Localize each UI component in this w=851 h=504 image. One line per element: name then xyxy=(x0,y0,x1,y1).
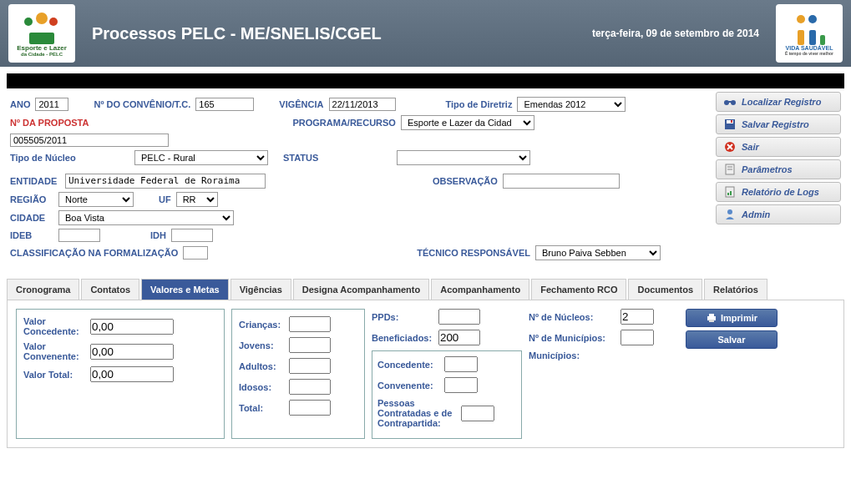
observacao-label: OBSERVAÇÃO xyxy=(433,176,498,186)
svg-rect-5 xyxy=(731,120,732,123)
entidade-label: ENTIDADE xyxy=(10,176,60,186)
pessoas-input[interactable] xyxy=(461,406,494,421)
nucleo-select[interactable]: PELC - Rural xyxy=(134,150,268,165)
nucleo-label: Tipo de Núcleo xyxy=(10,153,89,163)
black-bar xyxy=(7,73,844,88)
svg-rect-11 xyxy=(727,193,729,195)
valor-concedente-label: Valor Concedente: xyxy=(23,316,90,336)
report-icon xyxy=(723,186,737,198)
tecnico-label: TÉCNICO RESPONSÁVEL xyxy=(417,248,530,258)
valor-convenente-label: Valor Convenente: xyxy=(23,341,90,361)
tab-relatorios[interactable]: Relatórios xyxy=(704,279,767,300)
programa-label: PROGRAMA/RECURSO xyxy=(292,118,395,128)
conc2-input[interactable] xyxy=(444,356,478,372)
admin-button[interactable]: Admin xyxy=(716,204,841,224)
ideb-input[interactable] xyxy=(58,229,100,242)
munlist-label: Municípios: xyxy=(529,350,595,360)
tab-cronograma[interactable]: Cronograma xyxy=(7,279,79,300)
status-select[interactable] xyxy=(397,150,530,165)
close-icon xyxy=(723,141,737,153)
diretriz-select[interactable]: Emendas 2012 xyxy=(517,97,626,112)
idh-input[interactable] xyxy=(171,229,213,242)
benef-label: Beneficiados: xyxy=(372,333,438,343)
jovens-label: Jovens: xyxy=(239,340,289,350)
valor-total-input[interactable] xyxy=(90,366,174,382)
conv2-input[interactable] xyxy=(444,377,478,393)
form-area: Localizar Registro Salvar Registro Sair … xyxy=(0,92,851,269)
municipios-input[interactable] xyxy=(621,330,654,345)
criancas-label: Crianças: xyxy=(239,320,289,330)
tab-vigencias[interactable]: Vigências xyxy=(230,279,291,300)
localizar-button[interactable]: Localizar Registro xyxy=(716,92,841,112)
adultos-label: Adultos: xyxy=(239,361,289,371)
uf-label: UF xyxy=(159,194,171,204)
pessoas-label: Pessoas Contratadas e de Contrapartida: xyxy=(377,398,461,428)
tab-documentos[interactable]: Documentos xyxy=(628,279,702,300)
idh-label: IDH xyxy=(150,230,166,240)
criancas-input[interactable] xyxy=(289,316,331,332)
proposta-label: Nº DA PROPOSTA xyxy=(10,118,89,128)
valor-concedente-input[interactable] xyxy=(90,319,174,335)
convenio-input[interactable] xyxy=(195,98,254,111)
salvar2-button[interactable]: Salvar xyxy=(686,330,778,349)
cidade-label: CIDADE xyxy=(10,213,53,223)
nucleos-input[interactable] xyxy=(621,309,654,325)
conv2-label: Convenente: xyxy=(377,381,444,391)
tab-fechamento[interactable]: Fechamento RCO xyxy=(531,279,626,300)
sidebar: Localizar Registro Salvar Registro Sair … xyxy=(716,92,841,227)
ano-input[interactable] xyxy=(35,98,68,111)
valor-convenente-input[interactable] xyxy=(90,344,174,360)
vigencia-label: VIGÊNCIA xyxy=(279,99,323,109)
nucleos-label: Nº de Núcleos: xyxy=(529,312,621,322)
regiao-select[interactable]: Norte xyxy=(58,192,134,207)
classif-input[interactable] xyxy=(183,246,208,260)
tab-valores-metas[interactable]: Valores e Metas xyxy=(141,279,229,300)
ano-label: ANO xyxy=(10,99,30,109)
print-icon xyxy=(706,313,717,323)
logs-button[interactable]: Relatório de Logs xyxy=(716,182,841,202)
adultos-input[interactable] xyxy=(289,358,331,374)
status-label: STATUS xyxy=(283,153,392,163)
valor-total-label: Valor Total: xyxy=(23,370,90,380)
tab-content: Valor Concedente: Valor Convenente: Valo… xyxy=(7,300,844,448)
regiao-label: REGIÃO xyxy=(10,194,53,204)
logo-esporte-lazer: Esporte e Lazer da Cidade - PELC xyxy=(8,4,75,63)
entidade-input[interactable]: Universidade Federal de Roraima xyxy=(65,174,266,189)
ppds-input[interactable] xyxy=(438,309,480,325)
header-date: terça-feira, 09 de setembro de 2014 xyxy=(592,28,776,39)
classif-label: CLASSIFICAÇÃO NA FORMALIZAÇÃO xyxy=(10,248,178,258)
tab-acompanhamento[interactable]: Acompanhamento xyxy=(431,279,529,300)
tab-designa[interactable]: Designa Acompanhamento xyxy=(293,279,429,300)
conc2-label: Concedente: xyxy=(377,360,444,370)
tab-contatos[interactable]: Contatos xyxy=(81,279,139,300)
ideb-label: IDEB xyxy=(10,230,53,240)
svg-point-13 xyxy=(727,209,732,214)
convenio-label: Nº DO CONVÊNIO/T.C. xyxy=(94,99,190,109)
observacao-input[interactable] xyxy=(503,174,620,189)
jovens-input[interactable] xyxy=(289,337,331,353)
imprimir-button[interactable]: Imprimir xyxy=(686,309,778,327)
uf-select[interactable]: RR xyxy=(176,192,218,207)
logo-vida-saudavel: VIDA SAUDÁVEL É tempo de viver melhor xyxy=(776,4,843,63)
total2-input[interactable] xyxy=(289,400,331,416)
page-title: Processos PELC - ME/SNELIS/CGEL xyxy=(75,24,592,43)
programa-select[interactable]: Esporte e Lazer da Cidad xyxy=(401,115,534,130)
svg-rect-15 xyxy=(709,314,714,316)
municipios-label: Nº de Municípios: xyxy=(529,333,621,343)
svg-rect-2 xyxy=(728,101,732,103)
tecnico-select[interactable]: Bruno Paiva Sebben xyxy=(535,245,661,260)
diretriz-label: Tipo de Diretriz xyxy=(446,99,513,109)
disk-icon xyxy=(723,118,737,130)
parametros-button[interactable]: Parâmetros xyxy=(716,159,841,179)
total2-label: Total: xyxy=(239,403,289,413)
tabs: Cronograma Contatos Valores e Metas Vigê… xyxy=(7,279,844,300)
cidade-select[interactable]: Boa Vista xyxy=(58,210,234,225)
sair-button[interactable]: Sair xyxy=(716,137,841,157)
salvar-button[interactable]: Salvar Registro xyxy=(716,114,841,134)
proposta-input[interactable] xyxy=(10,134,169,147)
vigencia-input[interactable] xyxy=(329,98,396,111)
benef-input[interactable] xyxy=(438,330,480,345)
idosos-input[interactable] xyxy=(289,379,331,395)
user-icon xyxy=(723,209,737,220)
idosos-label: Idosos: xyxy=(239,382,289,392)
